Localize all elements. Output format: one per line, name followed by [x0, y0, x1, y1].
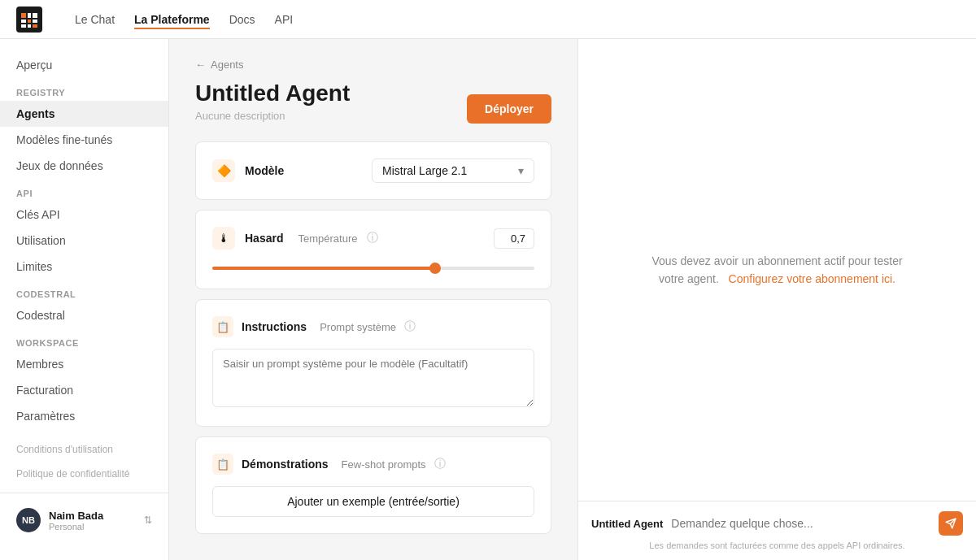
model-selected-value: Mistral Large 2.1: [382, 164, 467, 177]
sidebar-footer: Conditions d'utilisation Politique de co…: [0, 431, 168, 547]
add-example-button[interactable]: Ajouter un exemple (entrée/sortie): [212, 486, 534, 517]
sidebar-item-membres[interactable]: Membres: [0, 351, 168, 377]
editor-panel: ← Agents Untitled Agent Aucune descripti…: [169, 39, 577, 560]
instructions-info-icon[interactable]: ⓘ: [404, 319, 416, 334]
temperature-card: 🌡 Hasard Température ⓘ 0,7: [195, 210, 551, 289]
instructions-card: 📋 Instructions Prompt système ⓘ: [195, 299, 551, 427]
svg-rect-3: [33, 13, 37, 18]
svg-rect-9: [33, 24, 37, 28]
model-icon: 🔶: [212, 159, 235, 182]
sidebar-section-registry: REGISTRY: [0, 78, 168, 101]
user-info: Naim Bada Personal: [49, 510, 136, 532]
nav-api[interactable]: API: [275, 10, 294, 29]
sidebar-item-utilisation[interactable]: Utilisation: [0, 228, 168, 254]
svg-rect-2: [28, 13, 31, 18]
sidebar-item-jeux-de-donnees[interactable]: Jeux de données: [0, 153, 168, 179]
sidebar-item-codestral[interactable]: Codestral: [0, 302, 168, 328]
demonstrations-info-icon[interactable]: ⓘ: [434, 457, 446, 471]
instructions-title: Instructions: [242, 320, 307, 333]
sidebar-item-conditions[interactable]: Conditions d'utilisation: [0, 437, 168, 462]
chat-billing-note: Les demandes sont facturées comme des ap…: [591, 540, 963, 550]
chat-agent-label: Untitled Agent: [591, 518, 663, 530]
nav-plateforme[interactable]: La Plateforme: [134, 10, 210, 29]
breadcrumb[interactable]: ← Agents: [195, 59, 551, 71]
sidebar-item-modeles-fine-tunes[interactable]: Modèles fine-tunés: [0, 127, 168, 153]
breadcrumb-arrow: ←: [195, 59, 206, 71]
temperature-row: 🌡 Hasard Température ⓘ 0,7: [212, 227, 534, 250]
sidebar-section-api: API: [0, 179, 168, 202]
logo[interactable]: [16, 7, 42, 33]
svg-rect-6: [33, 20, 37, 23]
sidebar-item-agents[interactable]: Agents: [0, 101, 168, 127]
user-name: Naim Bada: [49, 510, 136, 522]
slider-container: [212, 259, 534, 272]
chat-input-row: Untitled Agent: [591, 511, 963, 536]
svg-rect-4: [21, 20, 26, 23]
chat-empty-text-line1: Vous devez avoir un abonnement actif pou…: [651, 254, 902, 267]
chevron-up-down-icon: ⇅: [144, 514, 152, 526]
user-plan: Personal: [49, 522, 136, 532]
temperature-slider[interactable]: [212, 267, 534, 270]
chat-empty-message: Vous devez avoir un abonnement actif pou…: [651, 252, 902, 289]
sidebar-item-politique[interactable]: Politique de confidentialité: [0, 462, 168, 486]
mistral-logo-icon: [16, 7, 42, 33]
sidebar-section-codestral: CODESTRAL: [0, 280, 168, 302]
nav-docs[interactable]: Docs: [229, 10, 255, 29]
avatar: NB: [16, 508, 41, 532]
svg-rect-7: [21, 24, 26, 28]
instructions-subtitle: Prompt système: [320, 321, 396, 333]
demonstrations-title: Démonstrations: [242, 458, 329, 471]
instructions-header: 📋 Instructions Prompt système ⓘ: [212, 316, 534, 337]
demonstrations-subtitle: Few-shot prompts: [342, 458, 426, 471]
temperature-sublabel: Température: [298, 232, 357, 245]
temperature-icon: 🌡: [212, 227, 235, 250]
system-prompt-textarea[interactable]: [212, 349, 534, 407]
deploy-button[interactable]: Déployer: [467, 94, 551, 124]
demonstrations-icon: 📋: [212, 454, 233, 475]
chevron-down-icon: ▾: [518, 164, 524, 177]
breadcrumb-label: Agents: [211, 59, 243, 71]
demonstrations-header: 📋 Démonstrations Few-shot prompts ⓘ: [212, 454, 534, 475]
model-select[interactable]: Mistral Large 2.1 ▾: [372, 158, 534, 183]
model-row: 🔶 Modèle Mistral Large 2.1 ▾: [212, 158, 534, 183]
sidebar-divider: [0, 493, 168, 493]
svg-rect-5: [28, 20, 31, 23]
chat-subscription-link[interactable]: Configurez votre abonnement ici.: [729, 272, 895, 285]
sidebar-item-facturation[interactable]: Facturation: [0, 377, 168, 403]
svg-rect-1: [21, 13, 26, 18]
chat-empty-text-line2: votre agent.: [659, 272, 719, 285]
chat-send-button[interactable]: [939, 511, 963, 536]
send-icon: [945, 518, 956, 529]
model-label: Modèle: [245, 164, 284, 177]
nav-chat[interactable]: Le Chat: [75, 10, 115, 29]
sidebar-item-parametres[interactable]: Paramètres: [0, 403, 168, 429]
temperature-value: 0,7: [494, 228, 534, 249]
sidebar-user[interactable]: NB Naim Bada Personal ⇅: [0, 500, 168, 540]
temperature-info-icon[interactable]: ⓘ: [367, 231, 378, 245]
top-navigation: Le Chat La Plateforme Docs API: [0, 0, 976, 39]
chat-footer: Untitled Agent Les demandes sont facturé…: [578, 501, 976, 560]
chat-body: Vous devez avoir un abonnement actif pou…: [578, 39, 976, 501]
demonstrations-card: 📋 Démonstrations Few-shot prompts ⓘ Ajou…: [195, 436, 551, 534]
chat-input[interactable]: [671, 517, 930, 530]
chat-panel: Vous devez avoir un abonnement actif pou…: [577, 39, 976, 560]
instructions-icon: 📋: [212, 316, 233, 337]
sidebar-item-limites[interactable]: Limites: [0, 254, 168, 280]
sidebar-item-apercu[interactable]: Aperçu: [0, 52, 168, 78]
sidebar-item-cles-api[interactable]: Clés API: [0, 202, 168, 228]
sidebar-section-workspace: WORKSPACE: [0, 328, 168, 351]
sidebar: Aperçu REGISTRY Agents Modèles fine-tuné…: [0, 39, 169, 560]
temperature-label: Hasard: [245, 232, 283, 245]
svg-rect-8: [28, 24, 31, 28]
model-card: 🔶 Modèle Mistral Large 2.1 ▾: [195, 141, 551, 200]
